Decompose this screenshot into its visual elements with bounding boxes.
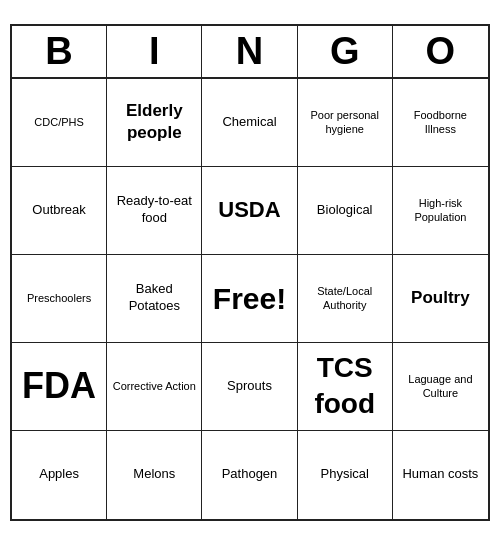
cell-text-18: TCS food (302, 350, 388, 423)
cell-text-17: Sprouts (227, 378, 272, 395)
cell-text-19: Laguage and Culture (397, 372, 484, 401)
bingo-cell-23[interactable]: Physical (298, 431, 393, 519)
bingo-cell-8[interactable]: Biological (298, 167, 393, 255)
cell-text-3: Poor personal hygiene (302, 108, 388, 137)
bingo-cell-18[interactable]: TCS food (298, 343, 393, 431)
bingo-cell-14[interactable]: Poultry (393, 255, 488, 343)
bingo-cell-10[interactable]: Preschoolers (12, 255, 107, 343)
cell-text-4: Foodborne Illness (397, 108, 484, 137)
bingo-cell-6[interactable]: Ready-to-eat food (107, 167, 202, 255)
cell-text-24: Human costs (402, 466, 478, 483)
bingo-cell-17[interactable]: Sprouts (202, 343, 297, 431)
cell-text-5: Outbreak (32, 202, 85, 219)
header-g: G (298, 26, 393, 77)
cell-text-12: Free! (213, 279, 286, 318)
bingo-cell-21[interactable]: Melons (107, 431, 202, 519)
cell-text-2: Chemical (222, 114, 276, 131)
bingo-grid: CDC/PHSElderly peopleChemicalPoor person… (12, 79, 488, 519)
bingo-card: B I N G O CDC/PHSElderly peopleChemicalP… (10, 24, 490, 521)
cell-text-1: Elderly people (111, 100, 197, 144)
bingo-header: B I N G O (12, 26, 488, 79)
bingo-cell-2[interactable]: Chemical (202, 79, 297, 167)
bingo-cell-20[interactable]: Apples (12, 431, 107, 519)
cell-text-8: Biological (317, 202, 373, 219)
cell-text-10: Preschoolers (27, 291, 91, 305)
bingo-cell-11[interactable]: Baked Potatoes (107, 255, 202, 343)
cell-text-23: Physical (320, 466, 368, 483)
bingo-cell-0[interactable]: CDC/PHS (12, 79, 107, 167)
header-o: O (393, 26, 488, 77)
bingo-cell-15[interactable]: FDA (12, 343, 107, 431)
header-n: N (202, 26, 297, 77)
cell-text-9: High-risk Population (397, 196, 484, 225)
cell-text-0: CDC/PHS (34, 115, 84, 129)
bingo-cell-3[interactable]: Poor personal hygiene (298, 79, 393, 167)
cell-text-11: Baked Potatoes (111, 281, 197, 315)
bingo-cell-24[interactable]: Human costs (393, 431, 488, 519)
cell-text-15: FDA (22, 363, 96, 410)
cell-text-20: Apples (39, 466, 79, 483)
bingo-cell-22[interactable]: Pathogen (202, 431, 297, 519)
cell-text-13: State/Local Authority (302, 284, 388, 313)
bingo-cell-19[interactable]: Laguage and Culture (393, 343, 488, 431)
cell-text-22: Pathogen (222, 466, 278, 483)
bingo-cell-9[interactable]: High-risk Population (393, 167, 488, 255)
header-i: I (107, 26, 202, 77)
cell-text-7: USDA (218, 196, 280, 225)
bingo-cell-13[interactable]: State/Local Authority (298, 255, 393, 343)
cell-text-14: Poultry (411, 287, 470, 309)
bingo-cell-4[interactable]: Foodborne Illness (393, 79, 488, 167)
cell-text-21: Melons (133, 466, 175, 483)
bingo-cell-1[interactable]: Elderly people (107, 79, 202, 167)
bingo-cell-7[interactable]: USDA (202, 167, 297, 255)
cell-text-6: Ready-to-eat food (111, 193, 197, 227)
bingo-cell-5[interactable]: Outbreak (12, 167, 107, 255)
header-b: B (12, 26, 107, 77)
cell-text-16: Corrective Action (113, 379, 196, 393)
bingo-cell-12[interactable]: Free! (202, 255, 297, 343)
bingo-cell-16[interactable]: Corrective Action (107, 343, 202, 431)
